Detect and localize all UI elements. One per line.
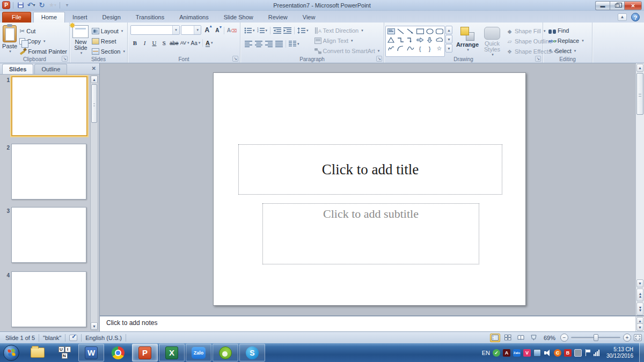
tab-home[interactable]: Home xyxy=(33,12,65,23)
align-left-button[interactable] xyxy=(244,39,253,49)
start-button[interactable] xyxy=(3,345,19,361)
slide-thumbnail-3[interactable]: 3 xyxy=(2,207,86,263)
thumbnail-image[interactable] xyxy=(11,271,86,327)
scroll-up-icon[interactable]: ▲ xyxy=(91,76,98,83)
slide-thumbnail-4[interactable]: 4 xyxy=(2,271,86,327)
text-box-shape-icon[interactable] xyxy=(386,27,396,35)
spellcheck-icon[interactable] xyxy=(69,335,77,341)
tray-network-signal-icon[interactable] xyxy=(594,350,599,356)
down-arrow-shape-icon[interactable] xyxy=(425,36,434,44)
curve-shape-icon[interactable] xyxy=(406,45,415,53)
previous-slide-button[interactable]: ▲▲ xyxy=(636,289,643,301)
tray-ccleaner-icon[interactable]: C xyxy=(554,349,561,357)
tab-view[interactable]: View xyxy=(295,12,323,23)
arc-shape-icon[interactable] xyxy=(396,45,405,53)
cut-button[interactable]: ✂ Cut xyxy=(18,26,68,36)
theme-name[interactable]: "blank" xyxy=(43,335,61,341)
elbow-arrow-connector-icon[interactable] xyxy=(406,36,415,44)
taskbar-skype-button[interactable]: S xyxy=(239,344,265,361)
scroll-down-icon[interactable]: ▼ xyxy=(636,323,643,331)
clipboard-dialog-launcher[interactable]: ↘ xyxy=(62,56,68,62)
taskbar-coccoc-button[interactable] xyxy=(213,344,238,361)
zoom-out-button[interactable]: − xyxy=(560,334,568,342)
tray-b-icon[interactable]: B xyxy=(564,349,572,357)
align-center-button[interactable] xyxy=(254,39,263,49)
slide-show-button[interactable] xyxy=(529,334,539,342)
cloud-shape-icon[interactable] xyxy=(435,36,444,44)
scroll-down-icon[interactable]: ▼ xyxy=(91,322,98,330)
tray-network-computer-icon[interactable] xyxy=(533,349,541,357)
shapes-gallery[interactable]: { } ☆ xyxy=(385,26,445,57)
align-text-button[interactable]: Align Text xyxy=(313,36,381,46)
text-shadow-button[interactable]: S xyxy=(159,38,169,48)
strikethrough-button[interactable]: abe xyxy=(169,38,179,48)
zoom-slider[interactable] xyxy=(571,337,620,338)
thumbnail-image[interactable] xyxy=(11,207,86,263)
thumbnail-image[interactable] xyxy=(11,76,87,136)
justify-button[interactable] xyxy=(274,39,283,49)
font-dialog-launcher[interactable]: ↘ xyxy=(232,56,238,62)
thumbnail-image[interactable] xyxy=(11,144,86,200)
decrease-indent-button[interactable] xyxy=(273,26,282,35)
normal-view-button[interactable] xyxy=(490,334,500,342)
line-spacing-button[interactable] xyxy=(297,26,309,35)
minimize-button[interactable]: ▬ xyxy=(595,1,610,10)
tab-review[interactable]: Review xyxy=(261,12,295,23)
font-name-combo[interactable]: ▾ xyxy=(130,25,180,35)
numbering-button[interactable]: 12 xyxy=(257,26,268,35)
taskbar-unikey-button[interactable]: U I N xyxy=(52,344,77,361)
fit-to-window-button[interactable] xyxy=(634,334,642,341)
bold-button[interactable]: B xyxy=(130,38,140,48)
arrange-button[interactable]: Arrange xyxy=(455,26,480,57)
drawing-dialog-launcher[interactable]: ↘ xyxy=(535,56,541,62)
select-button[interactable]: ⇖ Select xyxy=(547,46,585,56)
change-case-button[interactable]: Aa xyxy=(191,38,201,48)
shrink-font-button[interactable]: A▼ xyxy=(213,25,222,35)
underline-button[interactable]: U xyxy=(150,38,159,48)
tray-zalo-icon[interactable]: Zalo xyxy=(513,349,521,357)
convert-smartart-button[interactable]: Convert to SmartArt xyxy=(313,46,381,56)
triangle-shape-icon[interactable] xyxy=(386,36,396,44)
help-button[interactable]: ? xyxy=(631,13,640,21)
next-slide-button[interactable]: ▼▼ xyxy=(636,302,643,315)
panel-close-icon[interactable]: ✕ xyxy=(92,65,96,71)
zoom-level[interactable]: 69% xyxy=(544,335,555,341)
taskbar-zalo-button[interactable]: Zalo xyxy=(186,344,211,361)
tab-slide-show[interactable]: Slide Show xyxy=(216,12,261,23)
taskbar-powerpoint-button[interactable]: P xyxy=(132,344,158,361)
rectangle-shape-icon[interactable] xyxy=(415,27,425,35)
left-brace-shape-icon[interactable]: { xyxy=(415,45,425,53)
subtitle-placeholder[interactable]: Click to add subtitle xyxy=(262,203,479,264)
grow-font-button[interactable]: A▲ xyxy=(202,25,211,35)
clear-formatting-button[interactable]: A⌫ xyxy=(226,25,237,35)
restore-button[interactable] xyxy=(610,1,624,10)
tray-antivirus-icon[interactable]: ✓ xyxy=(493,349,500,357)
character-spacing-button[interactable]: AV xyxy=(180,38,190,48)
line-shape-icon[interactable] xyxy=(396,27,405,35)
taskbar-word-button[interactable]: W xyxy=(78,344,104,361)
arrow-shape-icon[interactable] xyxy=(406,27,415,35)
new-slide-button[interactable]: New Slide xyxy=(71,24,91,55)
scribble-shape-icon[interactable] xyxy=(386,45,396,53)
slide-thumbnail-2[interactable]: 2 xyxy=(2,144,86,200)
tab-outline[interactable]: Outline xyxy=(34,64,67,74)
shapes-scroll-up-button[interactable]: ▲ xyxy=(445,26,452,34)
tab-animations[interactable]: Animations xyxy=(172,12,216,23)
copy-button[interactable]: Copy xyxy=(18,36,68,46)
notes-pane[interactable]: Click to add notes xyxy=(100,315,635,331)
main-scrollbar[interactable]: ▲ ▼ ▲▲ ▼▼ xyxy=(635,63,644,315)
right-brace-shape-icon[interactable]: } xyxy=(425,45,434,53)
tray-volume-icon[interactable] xyxy=(544,349,551,357)
show-desktop-button[interactable] xyxy=(639,343,644,362)
layout-button[interactable]: Layout xyxy=(91,26,126,36)
language-indicator[interactable]: English (U.S.) xyxy=(85,335,122,341)
close-button[interactable]: ✕ xyxy=(624,1,642,10)
paste-button[interactable]: Paste xyxy=(1,24,18,55)
panel-scrollbar[interactable]: ▲ ▼ xyxy=(90,75,98,330)
tray-clipboard-icon[interactable] xyxy=(574,349,582,357)
scroll-down-icon[interactable]: ▼ xyxy=(636,279,643,287)
tray-action-center-flag-icon[interactable] xyxy=(584,349,591,356)
scrollbar-thumb[interactable] xyxy=(636,73,643,115)
tray-v-icon[interactable]: V xyxy=(523,349,531,357)
taskbar-explorer-button[interactable] xyxy=(25,344,50,361)
